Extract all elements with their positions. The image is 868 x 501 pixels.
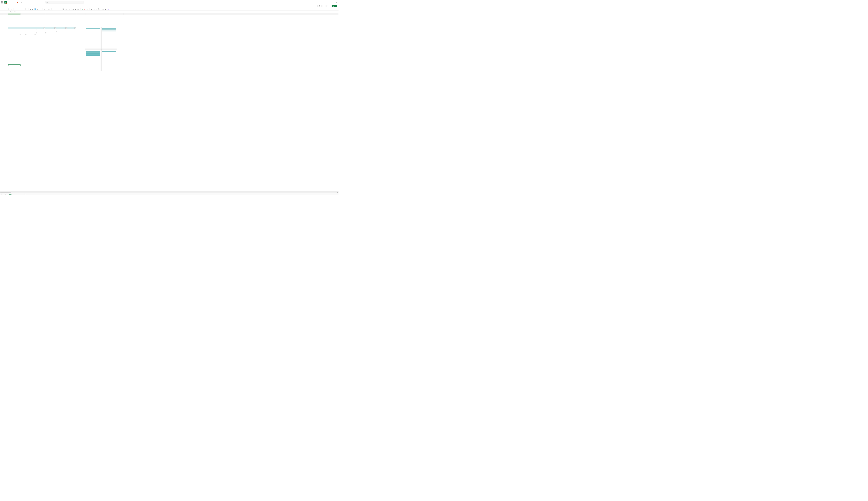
sheet-tab[interactable] — [7, 193, 9, 194]
slicer-item[interactable] — [86, 55, 100, 56]
scroll-right-icon[interactable]: ▶ — [337, 191, 338, 193]
format-table-button[interactable]: ▦ — [75, 8, 77, 10]
col-header-K[interactable] — [96, 13, 110, 15]
sheet-nav-prev-icon[interactable]: 〉 — [2, 193, 4, 195]
sheet-tab[interactable] — [17, 193, 19, 194]
col-header-B[interactable] — [8, 13, 20, 15]
col-header-A[interactable] — [3, 13, 8, 15]
format-painter-button[interactable]: 🖌 — [11, 8, 12, 10]
col-header-J[interactable] — [85, 13, 96, 15]
clear-button[interactable]: ◇ — [93, 8, 95, 10]
merge-button[interactable]: ⬚ — [48, 8, 50, 10]
catchup-button[interactable]: ⤳ — [322, 5, 326, 7]
all-sheets-icon[interactable]: ≡ — [5, 193, 6, 195]
slicer-item[interactable] — [102, 31, 116, 31]
collapse-icon[interactable]: − — [36, 31, 37, 32]
pivot-year-value[interactable]: − — [36, 29, 37, 31]
col-header-M[interactable] — [123, 13, 137, 15]
sheet-nav-first-icon[interactable]: 〈 — [0, 193, 2, 195]
search-box[interactable]: 🔍 — [45, 1, 84, 3]
sheet-tab[interactable] — [9, 193, 11, 194]
filter-icon[interactable]: ▾ — [44, 28, 45, 29]
sheet-tab[interactable] — [14, 193, 17, 194]
filter-icon[interactable]: ▾ — [35, 34, 36, 35]
font-name-combo[interactable] — [15, 8, 25, 10]
refresh-icon[interactable]: ⟳ — [20, 1, 22, 3]
spreadsheet-grid[interactable]: ▾ ▾ ▾ ▾ − − + + + ▾ ▾ ▾ — [0, 13, 338, 191]
slicer-item[interactable] — [86, 53, 100, 54]
col-header-F[interactable] — [45, 13, 56, 15]
conditional-format-button[interactable]: ▤ — [73, 8, 74, 10]
filter-icon[interactable]: ▾ — [65, 28, 66, 29]
collapse-icon[interactable]: − — [36, 29, 37, 30]
col-header-L[interactable] — [110, 13, 124, 15]
bold-button[interactable]: B — [30, 8, 32, 10]
pivot-year-header[interactable]: ▾ — [36, 27, 45, 29]
add-sheet-icon[interactable]: ＋ — [25, 193, 26, 195]
col-header-G[interactable] — [56, 13, 67, 15]
cancel-formula-icon[interactable]: ✕ — [9, 11, 11, 13]
pivot-no-header[interactable]: ▾ — [8, 34, 20, 35]
ribbon-collapse-button[interactable]: ⌄ — [335, 8, 337, 10]
slicer-item[interactable] — [102, 29, 116, 30]
save-status-icon[interactable]: ◆ — [17, 1, 19, 3]
undo-button[interactable]: ↶ — [1, 8, 3, 10]
sheet-tab[interactable] — [12, 193, 14, 194]
comments-button[interactable]: 💬 — [317, 5, 322, 7]
pivot-feb[interactable]: + — [36, 32, 37, 34]
redo-button[interactable]: ↷ — [4, 8, 6, 10]
fx-icon[interactable]: fx — [14, 11, 16, 13]
pivot-mar[interactable]: + — [45, 32, 46, 34]
currency-button[interactable]: $€ — [63, 8, 65, 10]
filter-icon[interactable]: ▾ — [55, 28, 56, 29]
sensitivity-button[interactable]: 🏷 — [102, 8, 104, 10]
wrap-text-button[interactable]: ↩ — [46, 8, 48, 10]
slicer-currency[interactable] — [101, 49, 117, 71]
expand-formula-bar-icon[interactable]: ⌄ — [337, 11, 338, 13]
font-size-combo[interactable] — [25, 8, 29, 10]
slicer-item[interactable] — [86, 52, 100, 53]
settings-icon[interactable]: ⚙ — [335, 1, 337, 3]
slicer-department[interactable] — [85, 27, 101, 49]
more-font-button[interactable]: ⋯ — [39, 8, 41, 10]
format-cells-button[interactable]: ⬚ — [87, 8, 88, 10]
autosum-button[interactable]: Σ — [91, 8, 93, 10]
pivot-duedate-header[interactable]: ▾ — [67, 27, 76, 29]
delete-cells-button[interactable]: ⊟ — [84, 8, 86, 10]
cell-styles-button[interactable]: ▥ — [77, 8, 79, 10]
slicer-no[interactable] — [85, 49, 101, 71]
number-format-combo[interactable] — [53, 8, 63, 10]
slicer-customergroup[interactable] — [101, 27, 117, 49]
borders-button[interactable]: ▦ — [32, 8, 34, 10]
align-button[interactable]: ≡ — [44, 8, 45, 10]
slicer-item[interactable] — [86, 54, 100, 55]
col-header-I[interactable] — [76, 13, 85, 15]
fill-color-button[interactable]: 🪣 — [34, 8, 36, 10]
pivot-ccy-header[interactable]: ▾ — [27, 34, 36, 35]
col-header-H[interactable] — [67, 13, 76, 15]
pivot-qtr2[interactable]: + — [56, 30, 57, 32]
paste-button[interactable]: 📋 — [8, 8, 10, 10]
app-launcher-icon[interactable] — [1, 1, 3, 3]
slicer-item[interactable] — [102, 29, 116, 29]
expand-icon[interactable]: + — [56, 31, 57, 32]
select-all-corner[interactable] — [0, 13, 3, 15]
copilot-button[interactable]: ◉ — [107, 8, 109, 10]
increase-decimal-button[interactable]: .0→ — [66, 8, 68, 10]
expand-icon[interactable]: + — [45, 32, 46, 33]
slicer-item[interactable] — [86, 29, 100, 29]
sheet-tab[interactable] — [20, 193, 22, 194]
pivot-month-header[interactable]: ▾ — [56, 27, 67, 29]
pivot-name-header[interactable]: ▾ — [21, 34, 27, 35]
editing-mode-button[interactable]: ✎ — [326, 5, 332, 7]
col-header-E[interactable] — [36, 13, 45, 15]
filter-icon[interactable]: ▾ — [74, 28, 76, 29]
sheet-tab[interactable] — [22, 193, 25, 194]
font-color-button[interactable]: A — [37, 8, 39, 10]
pivot-quarter-header[interactable]: ▾ — [45, 27, 56, 29]
accept-formula-icon[interactable]: ✓ — [11, 11, 14, 13]
find-button[interactable]: 🔍 — [98, 8, 100, 10]
scrollbar-thumb[interactable] — [0, 192, 11, 193]
slicer-item[interactable] — [102, 51, 116, 52]
expand-icon[interactable]: + — [36, 32, 37, 33]
